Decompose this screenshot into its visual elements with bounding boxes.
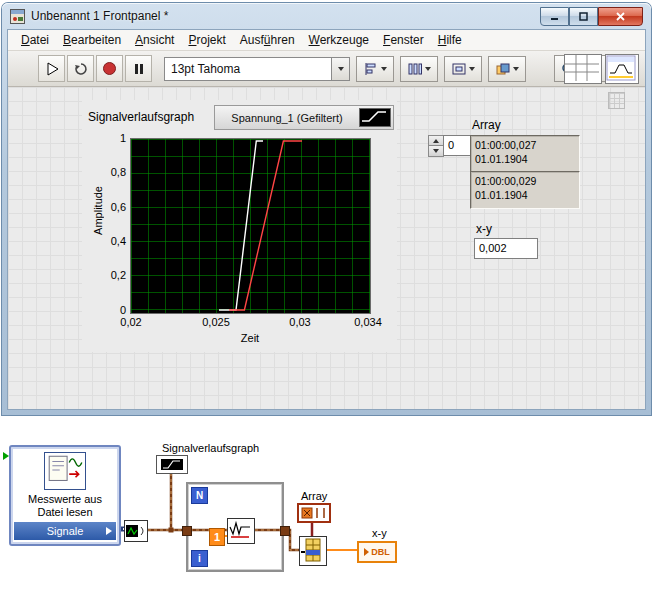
close-button[interactable] [598, 7, 643, 26]
array-element-1-time: 01:00:00,029 [475, 174, 575, 188]
x-tick: 0,02 [109, 316, 153, 328]
xy-label[interactable]: x-y [476, 222, 492, 236]
menu-bar: Datei Bearbeiten Ansicht Projekt Ausführ… [8, 30, 645, 51]
run-continuous-button[interactable] [67, 55, 94, 82]
mini-scope-icon [161, 459, 183, 470]
x-tick: 0,025 [194, 316, 238, 328]
convert-node-icon [126, 523, 146, 539]
chevron-down-icon [338, 67, 344, 71]
express-vi-icon [44, 452, 86, 490]
output-arrow-icon [106, 527, 112, 535]
align-objects-button[interactable] [356, 56, 394, 82]
titlebar[interactable]: Unbenannt 1 Frontpanel * [2, 3, 651, 29]
plot-legend-label: Spannung_1 (Gefiltert) [215, 112, 359, 124]
stop-button[interactable] [96, 55, 123, 82]
array-element-0[interactable]: 01:00:00,027 01.01.1904 [470, 135, 580, 173]
graph-terminal-label[interactable]: Signalverlaufsgraph [162, 442, 259, 454]
waveform-traces [131, 139, 368, 311]
window-buttons [540, 7, 643, 26]
vi-icon-button[interactable] [605, 54, 639, 84]
distribute-objects-button[interactable] [400, 56, 438, 82]
array-terminal[interactable] [297, 503, 331, 523]
dbl-indicator-terminal[interactable]: DBL [357, 541, 397, 563]
xy-terminal-label[interactable]: x-y [372, 527, 387, 539]
maximize-icon [579, 12, 588, 21]
input-terminal-icon [3, 452, 9, 460]
reorder-objects-button[interactable] [488, 56, 526, 82]
filter-node-icon [228, 519, 252, 541]
convert-from-dynamic-data-node[interactable] [124, 520, 148, 542]
minimize-icon [550, 12, 559, 21]
index-array-node[interactable] [299, 536, 327, 566]
loop-count-terminal[interactable]: N [191, 487, 208, 504]
array-index-field[interactable]: 0 [443, 135, 473, 156]
graph-label[interactable]: Signalverlaufsgraph [88, 110, 194, 124]
array-terminal-label[interactable]: Array [301, 490, 327, 502]
reorder-objects-icon [496, 63, 510, 75]
chevron-down-icon [513, 67, 519, 71]
pause-icon [133, 63, 145, 75]
resize-objects-icon [452, 63, 466, 75]
menu-fenster[interactable]: Fenster [376, 31, 431, 49]
waveform-plot-area [130, 138, 371, 314]
plot-legend[interactable]: Spannung_1 (Gefiltert) [214, 105, 394, 130]
resize-objects-button[interactable] [444, 56, 482, 82]
font-selector-dropdown[interactable] [331, 58, 349, 80]
menu-hilfe[interactable]: Hilfe [431, 31, 469, 49]
y-tick: 0,8 [96, 166, 126, 178]
arrow-down-icon [433, 149, 439, 153]
menu-datei[interactable]: Datei [14, 31, 56, 49]
stop-icon [103, 62, 116, 75]
screen: Unbenannt 1 Frontpanel * Datei Bearbeite… [0, 0, 657, 599]
x-axis-label: Zeit [224, 332, 276, 344]
font-selector[interactable]: 13pt Tahoma [164, 57, 350, 81]
filter-node[interactable] [227, 518, 255, 544]
close-icon [616, 12, 625, 21]
chevron-down-icon [425, 67, 431, 71]
window-title: Unbenannt 1 Frontpanel * [31, 9, 168, 23]
y-tick: 0,2 [96, 269, 126, 281]
y-axis-label: Amplitude [92, 186, 104, 235]
loop-iteration-terminal[interactable]: i [191, 550, 208, 567]
index-array-icon [300, 537, 324, 563]
vi-icon [606, 55, 636, 81]
chevron-down-icon [381, 67, 387, 71]
connector-pane-icon [565, 55, 599, 81]
array-terminal-icon [301, 507, 327, 519]
xy-value-field[interactable]: 0,002 [474, 238, 538, 259]
menu-projekt[interactable]: Projekt [181, 31, 232, 49]
run-arrow-icon [44, 61, 60, 77]
array-element-0-date: 01.01.1904 [475, 152, 575, 166]
indicator-arrow-icon [364, 548, 369, 556]
express-vi-title-line2: Datei lesen [11, 506, 119, 519]
plot-legend-swatch[interactable] [359, 108, 391, 127]
y-tick: 1 [96, 132, 126, 144]
loop-tunnel-right[interactable] [280, 526, 290, 536]
array-label[interactable]: Array [472, 118, 501, 132]
menu-ansicht[interactable]: Ansicht [128, 31, 181, 49]
express-vi-read-measurement-file[interactable]: Messwerte aus Datei lesen Signale [9, 445, 121, 546]
menu-ausfuehren[interactable]: Ausführen [233, 31, 302, 49]
numeric-constant-1[interactable]: 1 [209, 528, 225, 546]
loop-tunnel-left[interactable] [182, 526, 192, 536]
pause-button[interactable] [125, 55, 152, 82]
express-vi-output-signale[interactable]: Signale [14, 522, 116, 540]
app-icon [10, 9, 25, 24]
minimize-button[interactable] [540, 7, 569, 26]
array-element-0-time: 01:00:00,027 [475, 138, 575, 152]
menu-werkzeuge[interactable]: Werkzeuge [302, 31, 376, 49]
array-element-1-date: 01.01.1904 [475, 188, 575, 202]
chevron-down-icon [469, 67, 475, 71]
font-selector-value: 13pt Tahoma [171, 62, 240, 76]
maximize-button[interactable] [569, 7, 598, 26]
menu-bearbeiten[interactable]: Bearbeiten [56, 31, 128, 49]
array-element-1[interactable]: 01:00:00,029 01.01.1904 [470, 171, 580, 209]
graph-terminal[interactable] [156, 455, 188, 474]
toolbar: 13pt Tahoma [8, 51, 645, 87]
array-index-down-button[interactable] [428, 145, 444, 157]
arrow-up-icon [433, 139, 439, 143]
express-vi-title-line1: Messwerte aus [11, 493, 119, 506]
pane-grid-icon [608, 92, 625, 109]
run-button[interactable] [38, 55, 65, 82]
connector-pane-button[interactable] [564, 54, 602, 84]
